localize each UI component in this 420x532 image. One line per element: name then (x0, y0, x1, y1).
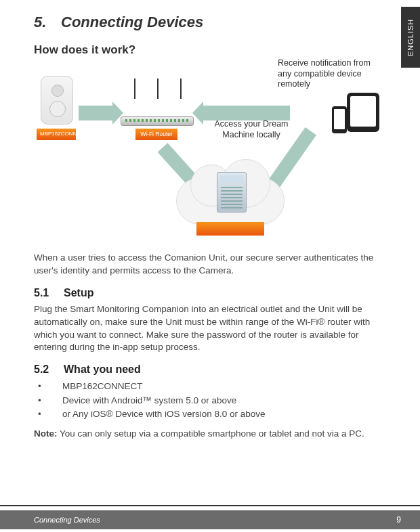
how-it-works-heading: How does it work? (34, 43, 386, 57)
requirements-list: MBP162CONNECT Device with Android™ syste… (34, 380, 386, 421)
language-tab: ENGLISH (401, 7, 420, 68)
intro-paragraph: When a user tries to access the Comanion… (34, 252, 386, 278)
list-item: Device with Android™ system 5.0 or above (34, 394, 386, 407)
chapter-number: 5. (34, 14, 61, 31)
page-content: 5.Connecting Devices How does it work? R… (0, 0, 420, 441)
chapter-title: Connecting Devices (61, 14, 203, 30)
cloud-icon (176, 177, 285, 225)
chapter-heading: 5.Connecting Devices (34, 14, 386, 31)
access-caption: Access your Dream Machine locally (214, 119, 289, 140)
list-item: MBP162CONNECT (34, 380, 386, 393)
router-label: Wi-Fi Router (135, 129, 177, 140)
section-5-1-heading: 5.1Setup (34, 287, 386, 299)
list-item: or Any iOS® Device with iOS version 8.0 … (34, 407, 386, 421)
arrow-devices-to-router-icon (202, 106, 290, 120)
footer-page-number: 9 (396, 515, 401, 525)
cloud-label (196, 222, 264, 236)
server-icon (217, 172, 247, 213)
note-label: Note: (34, 428, 58, 439)
section-5-2-number: 5.2 (34, 363, 64, 376)
section-5-1-number: 5.1 (34, 287, 64, 299)
monitor-unit-icon (41, 76, 73, 125)
note-paragraph: Note: You can only setup via a compatibl… (34, 428, 386, 441)
section-5-1-title: Setup (64, 287, 93, 298)
page-footer: Connecting Devices 9 (0, 505, 420, 532)
note-text: You can only setup via a compatible smar… (58, 428, 364, 439)
wifi-router-icon (121, 96, 194, 126)
diagram: Receive notification from any compatible… (34, 62, 386, 238)
phone-icon (332, 106, 347, 133)
mobile-devices-icon (332, 93, 379, 133)
footer-section-title: Connecting Devices (34, 516, 100, 524)
section-5-2-heading: 5.2What you need (34, 363, 386, 376)
section-5-1-text: Plug the Smart Monitoring Companion into… (34, 303, 386, 355)
tablet-icon (347, 93, 379, 132)
arrow-unit-to-router-icon (79, 106, 114, 120)
section-5-2-title: What you need (64, 363, 141, 375)
unit-label: MBP162CONNECT (37, 129, 76, 140)
